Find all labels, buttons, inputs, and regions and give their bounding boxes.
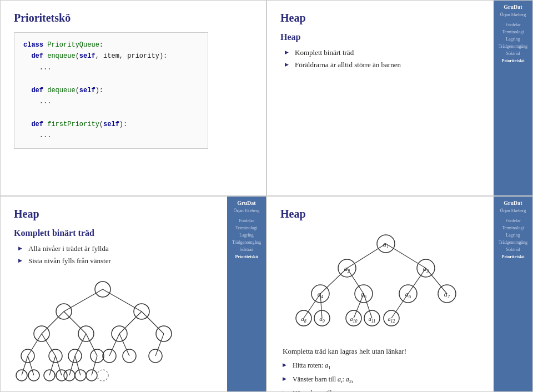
formula-root: Hitta roten: a1 bbox=[283, 359, 475, 373]
svg-text:a5: a5 bbox=[361, 290, 367, 299]
code-line-9: ... bbox=[23, 130, 199, 141]
svg-text:a9: a9 bbox=[319, 315, 325, 324]
svg-text:a10: a10 bbox=[350, 316, 358, 324]
code-line-6: ... bbox=[23, 96, 199, 107]
code-block: class PriorityQueue: def enqueue(self, i… bbox=[14, 32, 208, 149]
slide-3-subtitle: Komplett binärt träd bbox=[14, 228, 208, 238]
code-line-3: ... bbox=[23, 62, 199, 73]
array-note: Kompletta träd kan lagras helt utan länk… bbox=[283, 347, 475, 356]
sidebar-item-lagring[interactable]: Lagring bbox=[496, 36, 530, 42]
heap-tree-indexed: a1 a2 a3 a4 a5 a6 a7 a8 a9 a10 bbox=[280, 228, 491, 339]
sidebar-item-tradgenomgang[interactable]: Trädgenomgång bbox=[496, 43, 530, 49]
s4-sidebar-title: GruDat bbox=[504, 200, 522, 206]
s4-sidebar-item-prioritetsko[interactable]: Prioritetskö bbox=[496, 254, 530, 260]
array-formula-block: Kompletta träd kan lagras helt utan länk… bbox=[280, 347, 475, 392]
formula-left-child: Vänster barn till ai: a2i bbox=[283, 373, 475, 387]
slide-4-title: Heap bbox=[280, 208, 519, 220]
sidebar-item-terminologi[interactable]: Terminologi bbox=[496, 29, 530, 35]
code-line-4 bbox=[23, 73, 199, 84]
sidebar-item-prioritetsko[interactable]: Prioritetskö bbox=[496, 58, 530, 64]
slide-2-subtitle: Heap bbox=[280, 32, 475, 42]
svg-text:a11: a11 bbox=[369, 316, 375, 324]
svg-text:a8: a8 bbox=[301, 315, 306, 324]
s3-sidebar-title: GruDat bbox=[237, 200, 255, 206]
slide-3: Heap Komplett binärt träd Alla nivåer i … bbox=[0, 196, 266, 392]
s4-sidebar-item-lagring[interactable]: Lagring bbox=[496, 232, 530, 238]
svg-point-41 bbox=[97, 370, 108, 381]
slide3-bullet-1: Alla nivåer i trädet är fyllda bbox=[18, 243, 208, 255]
svg-text:a12: a12 bbox=[388, 316, 395, 324]
s3-sidebar-author: Örjan Ekeberg bbox=[234, 208, 260, 213]
slide3-bullet-2: Sista nivån fylls från vänster bbox=[18, 255, 208, 267]
s4-sidebar-item-tradgenomgang[interactable]: Trädgenomgång bbox=[496, 239, 530, 245]
svg-line-44 bbox=[320, 268, 347, 294]
code-line-1: class PriorityQueue: bbox=[23, 39, 199, 51]
sidebar-title: GruDat bbox=[504, 4, 522, 10]
slide-2-bullets: Komplett binärt träd Föräldrarna är allt… bbox=[280, 47, 475, 71]
formula-right-child: Höger barn till ai: a2i+1 bbox=[283, 387, 475, 392]
svg-text:a1: a1 bbox=[383, 240, 389, 249]
sidebar-author: Örjan Ekeberg bbox=[500, 12, 526, 17]
bullet-1: Komplett binärt träd bbox=[285, 47, 475, 59]
slide-4-content: a1 a2 a3 a4 a5 a6 a7 a8 a9 a10 bbox=[280, 228, 475, 392]
s4-sidebar-item-fordelar[interactable]: Fördelar bbox=[496, 218, 530, 224]
slide-2-content: Heap Komplett binärt träd Föräldrarna är… bbox=[280, 32, 475, 71]
svg-text:a6: a6 bbox=[405, 290, 411, 299]
svg-line-3 bbox=[64, 311, 86, 334]
svg-line-11 bbox=[119, 334, 129, 356]
s4-sidebar-author: Örjan Ekeberg bbox=[500, 208, 526, 213]
sidebar-item-fordelar[interactable]: Fördelar bbox=[496, 22, 530, 28]
svg-line-43 bbox=[386, 244, 426, 268]
s3-sidebar-item-fordelar[interactable]: Fördelar bbox=[229, 218, 264, 224]
svg-line-0 bbox=[64, 289, 103, 311]
svg-line-4 bbox=[119, 311, 142, 334]
svg-line-1 bbox=[103, 289, 142, 311]
tree-diagram-3 bbox=[14, 273, 192, 392]
slides-grid: Prioritetskö class PriorityQueue: def en… bbox=[0, 0, 533, 392]
slide-2: Heap Heap Komplett binärt träd Föräldrar… bbox=[266, 0, 533, 196]
s3-sidebar-item-soktrad[interactable]: Sökträd bbox=[229, 247, 264, 253]
code-line-2: def enqueue(self, item, priority): bbox=[23, 51, 199, 62]
s3-sidebar-item-prioritetsko[interactable]: Prioritetskö bbox=[229, 254, 264, 260]
slide-4-sidebar: GruDat Örjan Ekeberg Fördelar Terminolog… bbox=[494, 197, 532, 391]
slide-2-sidebar: GruDat Örjan Ekeberg Fördelar Terminolog… bbox=[494, 1, 532, 195]
bullet-2: Föräldrarna är alltid större än barnen bbox=[285, 59, 475, 71]
code-line-5: def dequeue(self): bbox=[23, 85, 199, 96]
code-line-8: def firstPriority(self): bbox=[23, 119, 199, 130]
s3-sidebar-item-lagring[interactable]: Lagring bbox=[229, 232, 264, 238]
s3-sidebar-item-tradgenomgang[interactable]: Trädgenomgång bbox=[229, 239, 264, 245]
slide-3-sidebar: GruDat Örjan Ekeberg Fördelar Terminolog… bbox=[227, 197, 266, 391]
slide-2-title: Heap bbox=[280, 12, 519, 24]
svg-text:a7: a7 bbox=[444, 290, 450, 299]
slide-3-bullets: Alla nivåer i trädet är fyllda Sista niv… bbox=[14, 243, 208, 267]
slide-3-title: Heap bbox=[14, 208, 253, 220]
svg-line-42 bbox=[347, 244, 386, 268]
s3-sidebar-item-terminologi[interactable]: Terminologi bbox=[229, 225, 264, 231]
code-line-7 bbox=[23, 107, 199, 118]
slide-3-content: Komplett binärt träd Alla nivåer i träde… bbox=[14, 228, 208, 392]
s4-sidebar-item-soktrad[interactable]: Sökträd bbox=[496, 247, 530, 253]
svg-line-5 bbox=[142, 311, 164, 334]
svg-text:a2: a2 bbox=[344, 265, 350, 274]
svg-text:a3: a3 bbox=[423, 265, 429, 274]
slide-1-title: Prioritetskö bbox=[14, 12, 253, 24]
s4-sidebar-item-terminologi[interactable]: Terminologi bbox=[496, 225, 530, 231]
sidebar-item-soktrad[interactable]: Sökträd bbox=[496, 51, 530, 57]
slide-4: Heap a1 a2 bbox=[266, 196, 533, 392]
slide-1: Prioritetskö class PriorityQueue: def en… bbox=[0, 0, 266, 196]
svg-line-10 bbox=[109, 334, 119, 356]
svg-line-2 bbox=[42, 311, 64, 334]
